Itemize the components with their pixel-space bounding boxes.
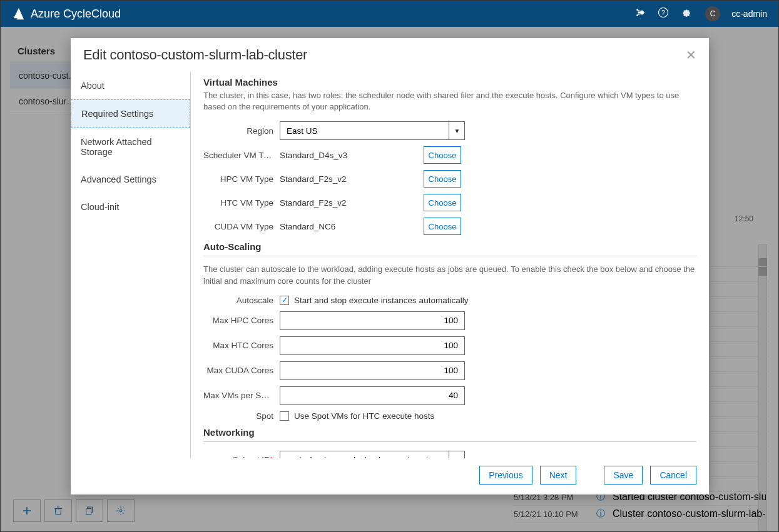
vm-type-value: Standard_NC6	[280, 222, 424, 231]
subnet-select[interactable]: ▼	[280, 451, 465, 458]
azure-logo-icon	[12, 7, 26, 21]
subnet-input[interactable]	[280, 451, 465, 458]
sidebar-item-required-settings[interactable]: Required Settings	[71, 99, 190, 128]
core-label: Max CUDA Cores	[203, 366, 280, 375]
vm-type-label: HPC VM Type	[203, 174, 280, 184]
spot-checkbox[interactable]: ✓	[280, 411, 289, 421]
modal-header: Edit contoso-custom-slurm-lab-cluster ✕	[71, 38, 709, 72]
core-label: Max HPC Cores	[203, 316, 280, 325]
region-input[interactable]	[280, 121, 465, 140]
core-input[interactable]	[280, 311, 465, 330]
share-icon[interactable]	[635, 7, 646, 21]
edit-cluster-dialog: Edit contoso-custom-slurm-lab-cluster ✕ …	[71, 38, 709, 494]
vm-type-value: Standard_F2s_v2	[280, 198, 424, 208]
region-label: Region	[203, 126, 280, 136]
user-avatar[interactable]: C	[705, 6, 720, 21]
close-icon[interactable]: ✕	[686, 48, 696, 63]
autoscale-checkbox[interactable]: ✓	[280, 296, 289, 305]
gear-icon[interactable]	[680, 7, 691, 21]
sidebar-item-about[interactable]: About	[71, 72, 190, 99]
sidebar-item-cloud-init[interactable]: Cloud-init	[71, 193, 190, 221]
vm-type-value: Standard_D4s_v3	[280, 151, 424, 160]
top-bar: Azure CycleCloud ? C cc-admin	[1, 1, 778, 27]
section-vm-title: Virtual Machines	[203, 77, 696, 88]
save-button[interactable]: Save	[604, 466, 643, 484]
help-icon[interactable]: ?	[658, 7, 669, 21]
section-vm-desc: The cluster, in this case, has two roles…	[203, 90, 696, 113]
choose-button[interactable]: Choose	[424, 146, 461, 164]
region-select[interactable]: ▼	[280, 121, 465, 140]
autoscale-checkbox-label: Start and stop execute instances automat…	[294, 296, 468, 305]
core-input[interactable]	[280, 386, 465, 405]
cancel-button[interactable]: Cancel	[650, 466, 696, 484]
core-label: Max VMs per Scales…	[203, 391, 280, 400]
modal-main: Virtual Machines The cluster, in this ca…	[191, 72, 709, 458]
vm-type-label: HTC VM Type	[203, 198, 280, 208]
user-name: cc-admin	[731, 9, 767, 19]
app-title: Azure CycleCloud	[31, 8, 635, 21]
section-autoscale-title: Auto-Scaling	[203, 241, 696, 252]
vm-type-label: Scheduler VM Type	[203, 151, 280, 160]
svg-point-2	[643, 12, 644, 14]
modal-sidebar: About Required Settings Network Attached…	[71, 72, 191, 458]
vm-type-value: Standard_F2s_v2	[280, 174, 424, 184]
svg-text:?: ?	[661, 9, 665, 16]
next-button[interactable]: Next	[540, 466, 577, 484]
core-input[interactable]	[280, 336, 465, 355]
vm-type-label: CUDA VM Type	[203, 222, 280, 231]
choose-button[interactable]: Choose	[424, 218, 461, 235]
sidebar-item-network-storage[interactable]: Network Attached Storage	[71, 128, 190, 166]
spot-checkbox-label: Use Spot VMs for HTC execute hosts	[294, 411, 434, 421]
autoscale-label: Autoscale	[203, 296, 280, 305]
modal-footer: Previous Next Save Cancel	[71, 458, 709, 494]
sidebar-item-advanced-settings[interactable]: Advanced Settings	[71, 166, 190, 193]
core-label: Max HTC Cores	[203, 341, 280, 350]
topbar-actions: ? C cc-admin	[635, 6, 767, 21]
choose-button[interactable]: Choose	[424, 170, 461, 188]
choose-button[interactable]: Choose	[424, 194, 461, 211]
modal-title: Edit contoso-custom-slurm-lab-cluster	[83, 47, 686, 63]
spot-label: Spot	[203, 411, 280, 421]
section-networking-title: Networking	[203, 427, 696, 438]
section-autoscale-desc: The cluster can autoscale to the workloa…	[203, 264, 696, 286]
previous-button[interactable]: Previous	[479, 466, 532, 484]
core-input[interactable]	[280, 361, 465, 380]
